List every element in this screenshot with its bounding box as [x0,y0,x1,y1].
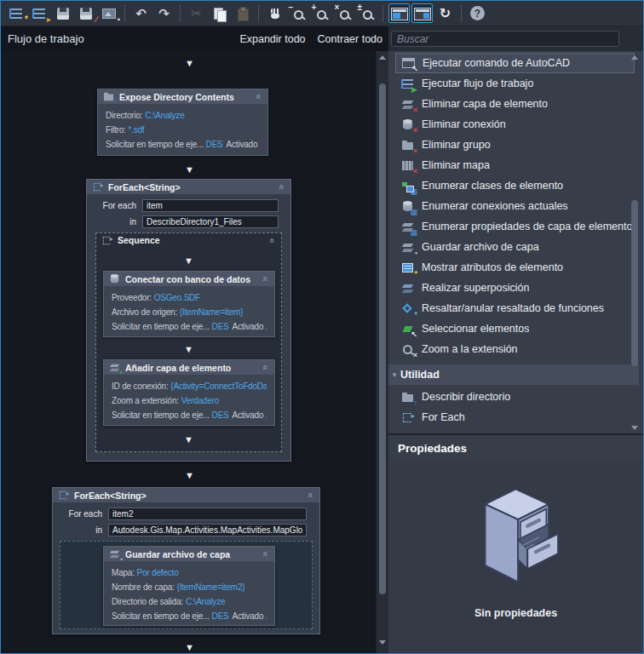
node-header[interactable]: ↑ Expose Directory Contents [98,89,267,104]
new-workflow-icon [9,6,25,21]
scroll-down-arrow[interactable] [631,426,638,430]
node-header[interactable]: + Añadir capa de elemento [104,360,274,375]
field-value-link[interactable]: A... [266,322,267,331]
field-value-link[interactable]: *.sdf [128,125,144,135]
toolbox-item[interactable]: For Each [395,407,635,427]
toolbar-separator [124,5,125,22]
field-value-link[interactable]: DES [212,322,229,331]
toggle-properties-panel-button[interactable] [411,3,433,23]
field-value-link[interactable]: {Activity=ConnectToFdoDataSt... [170,382,267,391]
zoom-fit-button[interactable]: ± [356,3,377,23]
scroll-up-arrow[interactable] [631,55,638,60]
refresh-button[interactable]: ↻ [434,3,456,23]
scroll-up-arrow[interactable] [379,55,386,60]
foreach-node-2[interactable]: ForEach<String> For each in ▪ Guardar ar… [52,487,320,634]
toolbox-item[interactable]: ▦Enumerar clases de elemento [395,175,635,196]
activity-node-save-layer-file[interactable]: ▪ Guardar archivo de capa Mapa: Por defe… [103,546,275,626]
field-value-link[interactable]: C:\Analyze [186,597,225,606]
scrollbar-thumb[interactable] [631,200,638,366]
export-image-button[interactable]: ▪ [98,3,119,23]
field-value-link[interactable]: A... [266,410,267,420]
collapse-all-button[interactable]: Contraer todo [318,33,382,45]
toolbox-item[interactable]: *Mostrar atributos de elemento [395,257,635,278]
foreach-body-drop-area[interactable]: ▪ Guardar archivo de capa Mapa: Por defe… [60,541,313,629]
field-label: in [53,525,102,535]
field-value-link[interactable]: DES [212,410,229,420]
scrollbar-thumb[interactable] [379,83,386,594]
foreach-collection-input[interactable] [108,524,307,536]
zoom-in-button[interactable]: + [310,3,331,23]
pan-button[interactable] [264,3,285,23]
node-header[interactable]: ForEach<String> [87,180,290,194]
field-value-link[interactable]: DES [212,611,229,621]
node-header[interactable]: Conectar con banco de datos [104,272,274,286]
field-label: Solicitar en tiempo de eje... [106,140,204,149]
toolbox-item[interactable]: ▶Ejecutar flujo de trabajo [395,73,635,94]
collapse-icon[interactable] [260,274,270,284]
node-header[interactable]: ForEach<String> [53,488,319,502]
overlay-icon [401,282,414,295]
activity-node-add-feature-layer[interactable]: + Añadir capa de elemento ID de conexión… [103,359,275,426]
copy-button[interactable] [209,3,230,23]
foreach-collection-input[interactable] [142,215,279,228]
foreach-variable-input[interactable] [142,199,279,212]
zoom-out-button[interactable]: − [287,3,308,23]
toolbox-item[interactable]: ×Eliminar mapa [395,155,635,175]
toolbox-item[interactable]: ▦Enumerar conexiones actuales [395,196,635,216]
node-header[interactable]: Sequence [96,233,281,247]
toolbox-item[interactable]: ×Eliminar capa de elemento [395,94,635,114]
toolbox-item[interactable]: ↑Describir directorio [395,387,635,407]
field-value-link[interactable]: C:\Analyze [145,111,184,120]
scroll-down-arrow[interactable] [379,640,386,645]
field-value-link[interactable]: Por defecto [137,568,179,577]
toolbox-item[interactable]: ↖Seleccionar elementos [395,318,635,339]
toolbox-item[interactable]: ×Eliminar conexión [395,114,635,135]
new-workflow-button[interactable]: * [6,3,27,23]
pan-icon [267,6,283,21]
workflow-canvas[interactable]: ↑ Expose Directory Contents Directorio: … [1,51,376,653]
icon-badge: * [414,270,417,278]
field-value-link[interactable]: OSGeo.SDF [154,293,200,302]
save-as-button[interactable]: ∕ [75,3,96,23]
collapse-icon[interactable] [260,549,270,559]
open-workflow-button[interactable]: ▸ [29,3,50,23]
collapse-icon[interactable] [267,236,277,245]
toolbox-item[interactable]: ×Zoom a la extensión [395,339,635,359]
toggle-toolbox-panel-button[interactable] [388,3,410,23]
toolbox-item-label: Enumerar conexiones actuales [422,200,568,212]
toolbox-item[interactable]: Realizar superposición [395,278,635,298]
section-collapse-icon[interactable] [388,370,400,379]
toolbox-item[interactable]: ▪Guardar archivo de capa [395,237,635,257]
icon-badge: × [413,106,417,114]
collapse-icon[interactable] [253,92,263,101]
foreach-node-1[interactable]: ForEach<String> For each in Sequence [86,179,291,462]
activity-node-connect-to-data-store[interactable]: Conectar con banco de datos Proveedor: O… [103,271,275,337]
search-input[interactable] [391,31,619,47]
field-value-link[interactable]: DES [206,140,223,149]
toolbox-item[interactable]: ↖Ejecutar comando de AutoCAD [395,53,635,73]
field-value-link[interactable]: A... [266,611,267,621]
zoom-selection-button[interactable]: × [333,3,354,23]
field-value-link[interactable]: {ItemName=item} [180,307,244,317]
help-button[interactable]: ? [467,3,488,23]
toolbox-item[interactable]: *Resaltar/anular resaltado de funciones [395,298,635,318]
undo-button[interactable]: ↶ [130,3,152,23]
loop-icon [401,411,414,424]
node-header[interactable]: ▪ Guardar archivo de capa [104,547,274,561]
save-button[interactable] [52,3,73,23]
activity-node-expose-directory-contents[interactable]: ↑ Expose Directory Contents Directorio: … [97,89,268,156]
toolbox-scrollbar[interactable] [629,51,641,434]
redo-button[interactable]: ↷ [153,3,175,23]
toolbox-item[interactable]: ×Eliminar grupo [395,135,635,155]
foreach-variable-input[interactable] [108,508,307,520]
sequence-node[interactable]: Sequence Conectar con banco de datos Pro… [95,232,282,452]
canvas-vertical-scrollbar[interactable] [376,51,388,653]
toolbox-section-utility[interactable]: Utilidad [388,364,639,385]
expand-all-button[interactable]: Expandir todo [239,33,305,45]
toolbox-item[interactable]: ▦Enumerar propiedades de capa de element… [395,216,635,237]
collapse-icon[interactable] [305,490,315,500]
field-value-link[interactable]: {ItemName=item2} [177,582,245,592]
field-value-link[interactable]: Verdadero [181,396,219,405]
collapse-icon[interactable] [260,363,270,372]
collapse-icon[interactable] [276,182,286,192]
